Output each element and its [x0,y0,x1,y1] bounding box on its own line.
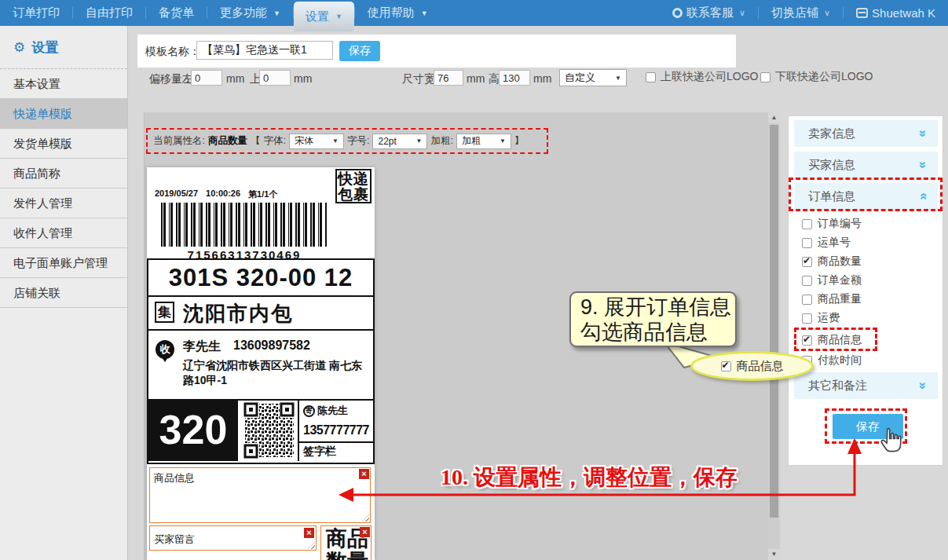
field-row-product-weight[interactable]: ✔ 商品重量 [802,292,862,306]
checkbox[interactable]: ✔ [721,361,731,372]
collect-badge: 集 [155,302,174,323]
sender-phone: 1357777777 [303,423,369,437]
nav-label: 切换店铺 [771,5,818,20]
sender-name: 陈先生 [317,404,348,418]
field-row-waybill-number[interactable]: ✔ 运单号 [802,236,851,250]
nav-settings-active-tab[interactable]: 设置▼ [294,2,354,31]
field-row-order-number[interactable]: ✔ 订单编号 [802,217,862,231]
checkbox[interactable]: ✔ [802,238,812,248]
preview-scrollbar[interactable]: ▲ ▼ [768,112,780,560]
section-order-info[interactable]: 订单信息 » [794,183,938,210]
nav-order-print[interactable]: 订单打印 [0,0,72,26]
scrollbar-thumb[interactable] [770,125,778,518]
offset-top-input[interactable] [259,70,291,86]
sidebar-item-ewaybill-account[interactable]: 电子面单账户管理 [0,248,127,278]
close-icon[interactable]: × [360,527,370,537]
chevron-double-down-icon: » [916,126,930,141]
bubble-option-label: 商品信息 [737,359,784,374]
template-save-button[interactable]: 保存 [339,41,380,61]
page-info: 第1/1个 [248,188,277,200]
section-other-remarks[interactable]: 其它和备注 » [794,372,938,399]
scroll-down-button[interactable]: ▼ [768,549,780,560]
bold-select[interactable]: 加粗▼ [456,134,511,149]
font-size-select[interactable]: 22pt▼ [372,134,427,149]
sidebar-item-product-shortname[interactable]: 商品简称 [0,159,127,188]
shop-icon [856,8,868,18]
check-icon: ✔ [803,334,811,345]
template-name-input[interactable] [196,41,333,60]
quantity-element[interactable]: 商品数量 × [320,525,372,560]
attribute-prefix: 当前属性名: [153,134,205,148]
section-seller-info[interactable]: 卖家信息 » [794,120,938,147]
nav-label: 使用帮助 [368,5,415,20]
font-family-select[interactable]: 宋体▼ [289,134,344,149]
checkbox[interactable]: ✔ [646,72,656,82]
sidebar-item-sender-management[interactable]: 发件人管理 [0,188,127,218]
dropdown-caret-icon: ▼ [416,137,423,145]
field-row-shipping-fee[interactable]: ✔ 运费 [802,311,840,325]
field-row-order-amount[interactable]: ✔ 订单金额 [802,273,862,287]
nav-label: 订单打印 [13,5,60,20]
package-type-box: 快递包裹 [335,169,372,203]
resize-handle[interactable] [308,542,315,549]
sidebar-item-shipping-template[interactable]: 发货单模版 [0,129,127,159]
label-bottom-row: 320 寄 陈先生 [147,401,375,464]
sidebar-item-receiver-management[interactable]: 收件人管理 [0,218,127,248]
close-icon[interactable]: × [359,469,369,479]
checkbox[interactable]: ✔ [802,313,812,324]
bracket-close: 】 [514,134,525,148]
nav-switch-shop[interactable]: 切换店铺∨ [759,0,843,26]
section-buyer-info[interactable]: 买家信息 » [794,152,938,178]
logo-bottom-checkbox-row[interactable]: ✔ 下联快递公司LOGO [760,70,873,84]
checkbox[interactable]: ✔ [760,72,770,82]
app-window: 订单打印 自由打印 备货单 更多功能▼ 设置▼ 使用帮助▼ 联系客服∨ 切换店铺… [0,0,948,560]
field-row-product-quantity[interactable]: ✔ 商品数量 [802,254,862,269]
height-input[interactable] [499,70,530,86]
navbar-right-group: 联系客服∨ 切换店铺∨ Shuetwah K [660,0,948,26]
chevron-double-down-icon: » [916,158,930,172]
nav-label: 备货单 [159,5,194,20]
panel-save-button[interactable]: 保存 [833,414,903,439]
checkbox[interactable]: ✔ [802,276,812,286]
sidebar-item-express-template[interactable]: 快递单模版 [0,99,127,129]
nav-account[interactable]: Shuetwah K [844,0,948,26]
sidebar-item-basic-settings[interactable]: 基本设置 [0,69,127,99]
barcode-image [161,203,328,247]
field-row-product-info[interactable]: ✔ 商品信息 [802,333,862,347]
sender-row: 寄 陈先生 [303,404,348,418]
nav-contact-service[interactable]: 联系客服∨ [660,0,758,26]
chevron-down-icon: ∨ [739,8,745,18]
checkbox[interactable]: ✔ [802,219,812,229]
buyer-message-element[interactable]: 买家留言 × [149,525,317,551]
offset-left-input[interactable] [191,70,222,86]
bold-label: 加粗: [430,134,452,148]
nav-free-print[interactable]: 自由打印 [73,0,145,26]
product-info-element[interactable]: 商品信息 × [149,467,371,523]
height-label: 高 [489,72,500,86]
logo-top-checkbox-row[interactable]: ✔ 上联快递公司LOGO [646,70,758,84]
checkbox[interactable]: ✔ [802,295,812,305]
shipping-label-preview: 快递包裹 2019/05/27 10:00:26 第1/1个 715663137… [147,167,375,560]
checkbox[interactable]: ✔ [802,335,812,346]
width-input[interactable] [434,70,463,86]
resize-handle[interactable] [362,514,369,522]
unit-label: mm [294,72,312,85]
close-icon[interactable]: × [304,528,314,538]
buyer-message-field-label: 买家留言 [154,533,195,547]
scroll-up-button[interactable]: ▲ [768,112,780,123]
size-preset-select[interactable]: 自定义▼ [559,69,627,86]
nav-stock-list[interactable]: 备货单 [146,0,207,26]
nav-more-functions[interactable]: 更多功能▼ [207,0,293,26]
print-date-row: 2019/05/27 10:00:26 第1/1个 [155,188,277,200]
sorting-code-box: 301S 320-00 12 [147,258,375,297]
checkbox[interactable]: ✔ [802,257,812,267]
sidebar-item-shop-link[interactable]: 店铺关联 [0,278,127,308]
logo-bottom-label: 下联快递公司LOGO [775,70,873,84]
signature-label: 签字栏 [303,445,336,459]
fontsize-label: 字号: [347,134,369,148]
nav-help[interactable]: 使用帮助▼ [355,0,441,26]
nav-label: 自由打印 [86,5,133,20]
step9-callout: 9. 展开订单信息 勾选商品信息 [569,291,737,347]
current-attribute-toolbar: 当前属性名: 商品数量 【 字体: 宋体▼ 字号: 22pt▼ 加粗: 加粗▼ … [146,128,548,154]
dropdown-caret-icon: ▼ [615,75,621,82]
